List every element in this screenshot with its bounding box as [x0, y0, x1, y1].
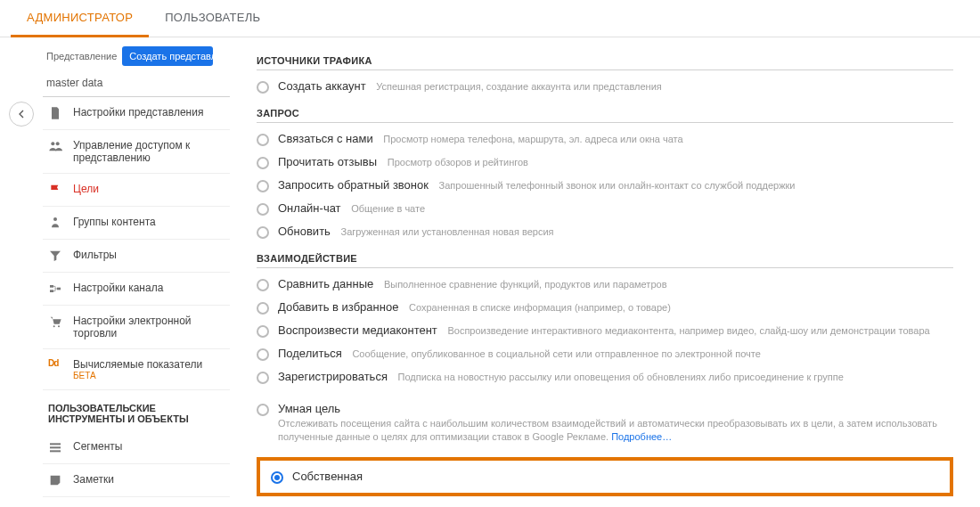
svg-point-0 — [51, 142, 54, 145]
sidebar-item-label: Заметки — [73, 473, 114, 486]
sidebar-item-segments[interactable]: Сегменты — [43, 431, 230, 464]
option-label: Сравнить данные — [278, 277, 373, 290]
document-icon — [48, 106, 62, 120]
radio-callback[interactable] — [257, 180, 269, 192]
option-label: Добавить в избранное — [278, 300, 398, 314]
option-label: Создать аккаунт — [278, 79, 366, 93]
option-label: Зарегистрироваться — [278, 370, 388, 383]
option-desc: Сохраненная в списке информация (наприме… — [409, 302, 671, 313]
view-column-label: Представление — [46, 51, 117, 61]
cart-icon — [48, 315, 62, 329]
sidebar-item-label: Настройки электронной торговли — [73, 315, 223, 339]
svg-rect-9 — [50, 446, 61, 448]
radio-smart-goal[interactable] — [257, 404, 269, 416]
svg-rect-3 — [50, 285, 53, 288]
sidebar-item-notes[interactable]: Заметки — [43, 464, 230, 497]
people-icon — [48, 139, 62, 153]
goal-option[interactable]: Обновить Загруженная или установленная н… — [257, 221, 953, 244]
group-title-request: ЗАПРОС — [257, 108, 953, 123]
radio-compare[interactable] — [257, 279, 269, 291]
option-label: Онлайн-чат — [278, 201, 341, 215]
svg-point-7 — [58, 325, 60, 327]
content-panel: ИСТОЧНИКИ ТРАФИКА Создать аккаунт Успешн… — [230, 37, 980, 507]
sidebar-section-title: ПОЛЬЗОВАТЕЛЬСКИЕ ИНСТРУМЕНТЫ И ОБЪЕКТЫ — [43, 390, 230, 431]
radio-custom-goal[interactable] — [271, 471, 283, 484]
sidebar-item-label: Настройки канала — [73, 282, 163, 294]
flag-icon — [48, 183, 62, 197]
sidebar-item-channel-settings[interactable]: Настройки канала — [43, 273, 230, 306]
learn-more-link[interactable]: Подробнее… — [611, 431, 672, 442]
view-selector[interactable]: master data — [43, 71, 230, 97]
radio-favorite[interactable] — [257, 302, 269, 315]
sidebar-item-label: Управление доступом к представлению — [73, 139, 223, 164]
goal-option[interactable]: Связаться с нами Просмотр номера телефон… — [257, 128, 953, 151]
option-desc: Подписка на новостную рассылку или опове… — [398, 372, 844, 382]
option-desc: Успешная регистрация, создание аккаунта … — [376, 81, 662, 92]
create-view-button[interactable]: Создать представле — [122, 46, 213, 66]
sidebar-item-access[interactable]: Управление доступом к представлению — [43, 130, 230, 174]
option-desc: Просмотр номера телефона, маршрута, эл. … — [383, 134, 682, 144]
option-desc: Воспроизведение интерактивного медиаконт… — [447, 325, 929, 336]
radio-share[interactable] — [257, 348, 269, 361]
sidebar-item-label: Настройки представления — [73, 106, 203, 119]
svg-rect-8 — [50, 443, 61, 445]
option-desc: Просмотр обзоров и рейтингов — [388, 157, 528, 168]
radio-read-reviews[interactable] — [257, 157, 269, 169]
svg-rect-4 — [50, 290, 53, 292]
svg-point-2 — [53, 217, 57, 221]
svg-point-6 — [53, 325, 55, 327]
segments-icon — [48, 440, 62, 454]
dd-icon: Dd — [48, 358, 62, 372]
option-desc: Выполненное сравнение функций, продуктов… — [384, 279, 667, 290]
radio-contact-us[interactable] — [257, 134, 269, 146]
goal-option-smart[interactable]: Умная цель Отслеживать посещения сайта с… — [257, 398, 953, 450]
goal-option[interactable]: Сравнить данные Выполненное сравнение фу… — [257, 274, 953, 297]
sidebar-item-multichannel[interactable]: Настройки многоканальных — [43, 497, 230, 507]
option-desc: Загруженная или установленная новая верс… — [341, 226, 554, 237]
goal-option[interactable]: Создать аккаунт Успешная регистрация, со… — [257, 76, 953, 99]
goal-option[interactable]: Онлайн-чат Общение в чате — [257, 198, 953, 221]
option-label: Связаться с нами — [278, 132, 373, 145]
sidebar-item-calculated-metrics[interactable]: Dd Вычисляемые показатели БЕТА — [43, 349, 230, 390]
sidebar-item-label: Фильтры — [73, 249, 117, 261]
sidebar-item-label: Вычисляемые показатели БЕТА — [73, 358, 202, 380]
sidebar-item-ecommerce[interactable]: Настройки электронной торговли — [43, 306, 230, 349]
radio-create-account[interactable] — [257, 81, 269, 94]
goal-option[interactable]: Зарегистрироваться Подписка на новостную… — [257, 366, 953, 389]
filter-icon — [48, 249, 62, 263]
sidebar-item-view-settings[interactable]: Настройки представления — [43, 97, 230, 130]
option-label: Обновить — [278, 225, 331, 238]
sidebar-item-filters[interactable]: Фильтры — [43, 240, 230, 273]
sidebar-item-label: Группы контента — [73, 216, 156, 228]
sidebar-item-goals[interactable]: Цели — [43, 174, 230, 207]
goal-option[interactable]: Поделиться Сообщение, опубликованное в с… — [257, 343, 953, 366]
radio-live-chat[interactable] — [257, 203, 269, 216]
sidebar: Представление Создать представле master … — [43, 37, 230, 507]
option-label: Воспроизвести медиаконтент — [278, 323, 437, 337]
goal-option[interactable]: Запросить обратный звонок Запрошенный те… — [257, 175, 953, 198]
sidebar-item-content-groups[interactable]: Группы контента — [43, 207, 230, 240]
radio-signup[interactable] — [257, 372, 269, 384]
option-desc: Запрошенный телефонный звонок или онлайн… — [439, 180, 796, 191]
goal-option[interactable]: Воспроизвести медиаконтент Воспроизведен… — [257, 320, 953, 343]
highlighted-option: Собственная — [257, 457, 953, 496]
goal-option-custom[interactable]: Собственная — [271, 470, 939, 484]
goal-option[interactable]: Добавить в избранное Сохраненная в списк… — [257, 297, 953, 320]
beta-badge: БЕТА — [73, 371, 202, 380]
option-label: Запросить обратный звонок — [278, 178, 429, 192]
note-icon — [48, 473, 62, 487]
tab-user[interactable]: ПОЛЬЗОВАТЕЛЬ — [149, 0, 276, 37]
option-label: Прочитать отзывы — [278, 155, 377, 168]
radio-play-media[interactable] — [257, 325, 269, 338]
option-label: Поделиться — [278, 347, 342, 360]
arrow-left-icon — [14, 107, 29, 121]
radio-update[interactable] — [257, 226, 269, 239]
back-button[interactable] — [9, 102, 34, 127]
sidebar-item-label: Цели — [73, 183, 99, 195]
goal-option[interactable]: Прочитать отзывы Просмотр обзоров и рейт… — [257, 151, 953, 175]
option-label: Собственная — [292, 470, 363, 483]
user-group-icon — [48, 216, 62, 230]
channel-icon — [48, 282, 62, 296]
tab-admin[interactable]: АДМИНИСТРАТОР — [11, 0, 149, 37]
svg-point-1 — [56, 142, 60, 145]
